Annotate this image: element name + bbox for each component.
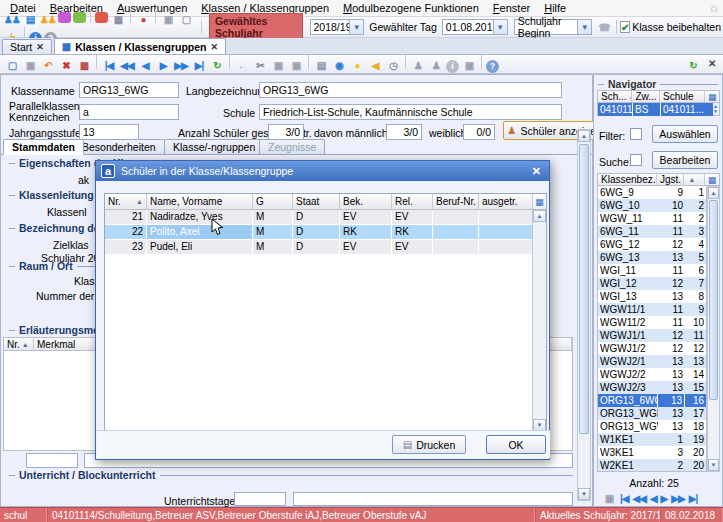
student-cell[interactable]: 22	[105, 225, 147, 239]
preview-eye-icon[interactable]: ◉	[331, 58, 347, 73]
class-cell[interactable]: W2KE1	[598, 459, 658, 472]
klasse-beibehalten-checkbox[interactable]: ✔	[620, 21, 630, 33]
class-cell[interactable]: 7	[685, 277, 706, 290]
window-badge-icon[interactable]: ▢	[178, 12, 194, 27]
student-cell[interactable]: RK	[392, 225, 433, 239]
student-cell[interactable]	[479, 240, 533, 254]
next-record-icon[interactable]: ▶	[661, 493, 668, 504]
unterrichtstage-field[interactable]	[234, 492, 286, 506]
class-cell[interactable]: 6WG_10	[598, 199, 658, 212]
jahrgangsstufe-field[interactable]: 13	[79, 124, 139, 140]
student-row[interactable]: 23Pudel, EliMDEVEV	[105, 240, 546, 255]
class-row-selected[interactable]: ORG13_6WG1316	[598, 394, 706, 407]
class-cell[interactable]: 13	[658, 407, 685, 420]
class-row[interactable]: 6WG_13135	[598, 251, 706, 264]
class-cell[interactable]: 12	[685, 342, 706, 355]
student-cell[interactable]: EV	[340, 240, 392, 254]
class-cell[interactable]: WGW11/2	[598, 316, 658, 329]
table-edit-icon[interactable]: ▦	[76, 58, 92, 73]
scroll-down-icon[interactable]: ▼	[708, 459, 719, 471]
class-cell[interactable]: 14	[685, 368, 706, 381]
school-cell[interactable]: BS	[633, 103, 661, 116]
cut-icon[interactable]: ✂	[252, 58, 268, 73]
class-cell[interactable]: 4	[685, 238, 706, 251]
student-cell[interactable]: 23	[105, 240, 147, 254]
small-info-icon[interactable]: i	[446, 60, 459, 73]
class-cell[interactable]: 6WG_9	[598, 186, 658, 199]
class-cell[interactable]: 11	[658, 316, 685, 329]
student-cell[interactable]: M	[253, 225, 293, 239]
student-cell[interactable]: EV	[392, 210, 433, 224]
first-record-icon[interactable]: |◀	[620, 493, 629, 504]
menu-fenster[interactable]: Fenster	[487, 1, 536, 15]
class-cell[interactable]: 13	[658, 420, 685, 433]
schule-field[interactable]: Friedrich-List-Schule, Kaufmännische Sch…	[259, 104, 562, 120]
class-cell[interactable]: 20	[685, 459, 706, 472]
class-cell[interactable]: 6WG_12	[598, 238, 658, 251]
class-cell[interactable]: W3KE1	[598, 446, 658, 459]
class-row[interactable]: 6WG_12124	[598, 238, 706, 251]
history-clock-icon[interactable]: ◷	[385, 58, 401, 73]
tab-start[interactable]: Start ✕	[2, 39, 52, 54]
class-cell[interactable]: 10	[658, 199, 685, 212]
class-row[interactable]: ORG13_WGW1318	[598, 420, 706, 433]
dialog-scrollbar[interactable]: ▲ ▼	[532, 210, 546, 431]
navigator-close-icon[interactable]: ✕	[708, 58, 716, 69]
class-cell[interactable]: ORG13_WGI	[598, 407, 658, 420]
student-gray-icon[interactable]: ♟	[410, 58, 426, 73]
class-cell[interactable]: WGI_13	[598, 290, 658, 303]
class-cell[interactable]: 13	[658, 355, 685, 368]
tab-klassen-klassengruppen[interactable]: ▦ Klassen / Klassengruppen ✕	[54, 38, 226, 54]
dialog-close-icon[interactable]: ✕	[529, 165, 544, 178]
chat-bubble-green-icon[interactable]	[73, 12, 86, 23]
class-cell[interactable]: 13	[658, 394, 685, 407]
school-col-2[interactable]: Zw...▲2	[632, 91, 660, 102]
schuljahr-combobox[interactable]: 2018/19 ▼	[310, 19, 365, 35]
class-cell[interactable]: 2	[685, 212, 706, 225]
student-cell[interactable]: Pudel, Eli	[147, 240, 253, 254]
announce-horn-icon[interactable]: ◀	[367, 58, 383, 73]
col-staat[interactable]: Staat	[293, 194, 340, 209]
class-cell[interactable]: WGWJ2/1	[598, 355, 658, 368]
class-cell[interactable]: W1KE1	[598, 433, 658, 446]
chevron-down-icon[interactable]: ▼	[577, 20, 591, 34]
delete-record-icon[interactable]: ✖	[58, 58, 74, 73]
class-cell[interactable]: 17	[685, 407, 706, 420]
class-cell[interactable]: 11	[658, 264, 685, 277]
drucken-button[interactable]: ▤ Drucken	[392, 435, 466, 454]
scrollbar-thumb[interactable]	[579, 144, 589, 434]
class-cell[interactable]: WGW11/1	[598, 303, 658, 316]
fast-backward-icon[interactable]: ◀◀	[119, 58, 135, 73]
phone-icon[interactable]: ☎	[596, 20, 612, 35]
class-cell[interactable]: 12	[658, 342, 685, 355]
class-cell[interactable]: 18	[685, 420, 706, 433]
class-col-klassenbez[interactable]: Klassenbez.	[598, 174, 657, 185]
grid-settings-icon[interactable]: ▦	[705, 174, 719, 185]
student-cell[interactable]	[433, 240, 479, 254]
student-row[interactable]: 22Polito, AxelMDRKRK	[105, 225, 546, 240]
grid-settings-icon[interactable]: ▦	[705, 91, 719, 102]
spin-up-down-icon[interactable]: ▲▼	[713, 104, 719, 114]
class-cell[interactable]: 19	[685, 433, 706, 446]
scroll-down-icon[interactable]: ▼	[578, 488, 590, 500]
paste-icon[interactable]: ▣	[288, 58, 304, 73]
back-arrow-icon[interactable]: ←	[234, 58, 250, 73]
school-row[interactable]: 041011... BS 041011... ▲▼	[597, 103, 720, 116]
student-cell[interactable]	[433, 210, 479, 224]
class-row[interactable]: WGW11/1119	[598, 303, 706, 316]
class-cell[interactable]: 9	[658, 186, 685, 199]
student-cell[interactable]: Polito, Axel	[147, 225, 253, 239]
dialog-titlebar[interactable]: a Schüler in der Klasse/Klassengruppe ✕	[96, 161, 549, 181]
tab-stammdaten[interactable]: Stammdaten	[3, 139, 84, 155]
student-cell[interactable]	[479, 210, 533, 224]
class-cell[interactable]: 13	[658, 381, 685, 394]
col-ausgetreten[interactable]: ausgetr.	[479, 194, 533, 209]
auswaehlen-button[interactable]: Auswählen	[652, 125, 718, 143]
class-cell[interactable]: 12	[658, 238, 685, 251]
school-col-3[interactable]: Schule	[660, 91, 705, 102]
class-row[interactable]: W2KE1220	[598, 459, 706, 472]
class-row[interactable]: 6WG_10102	[598, 199, 706, 212]
filter-checkbox[interactable]	[630, 128, 642, 140]
copy-icon[interactable]: ▣	[270, 58, 286, 73]
fast-forward-icon[interactable]: ▶▶	[671, 493, 684, 504]
